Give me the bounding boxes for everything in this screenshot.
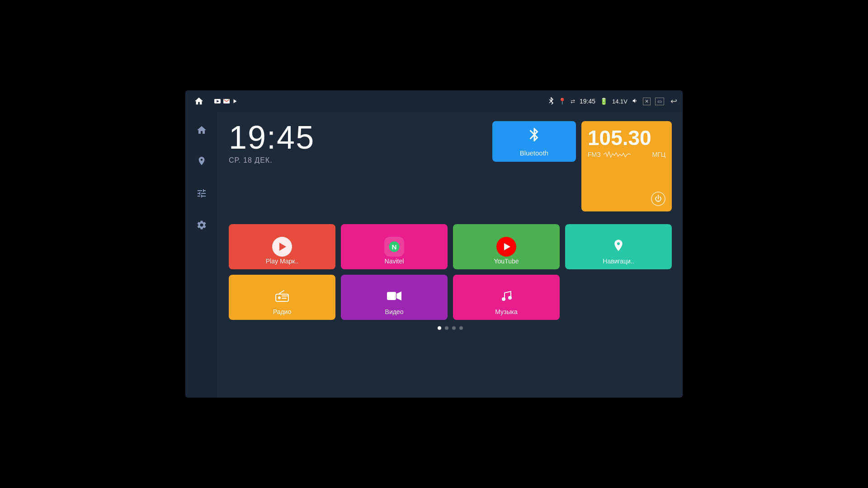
radio-power-button[interactable]: ⏻: [651, 192, 665, 206]
fm-radio-tile[interactable]: 105.30 FMЗ МГЦ ⏻: [581, 121, 672, 211]
close-status-icon[interactable]: ✕: [643, 98, 651, 105]
play-market-tile[interactable]: Play Марк..: [229, 224, 335, 269]
navigation-label: Навигаци..: [565, 258, 672, 265]
status-bar: 📍 ⇄ 19:45 🔋 14.1V ✕ ▭ ↩: [185, 90, 683, 112]
sidebar-location-icon[interactable]: [193, 153, 211, 171]
battery-icon: 🔋: [600, 98, 608, 105]
radio-unit: МГЦ: [652, 151, 665, 158]
clock-time: 19:45: [229, 121, 315, 154]
music-label: Музыка: [453, 308, 560, 315]
clock-date: СР. 18 ДЕК.: [229, 156, 273, 164]
connection-status-icon: ⇄: [571, 98, 575, 104]
radio-app-tile[interactable]: Радио: [229, 275, 335, 320]
youtube-mini-icon: [214, 99, 221, 103]
music-icon: [500, 289, 513, 306]
navitel-icon: N: [384, 237, 404, 257]
navitel-label: Navitel: [341, 258, 448, 265]
page-dot-2[interactable]: [445, 326, 448, 330]
navigation-icon: [612, 239, 625, 255]
radio-band: FMЗ: [588, 151, 601, 158]
radio-app-label: Радио: [229, 308, 335, 315]
play-market-icon: [272, 237, 292, 257]
bluetooth-tile-icon: [526, 127, 542, 146]
svg-marker-14: [396, 291, 401, 300]
video-tile[interactable]: Видео: [341, 275, 448, 320]
top-widgets: Bluetooth 105.30 FMЗ МГЦ: [492, 121, 672, 211]
bluetooth-tile-label: Bluetooth: [520, 149, 548, 157]
main-area: 19:45 СР. 18 ДЕК. Bluetooth: [185, 112, 683, 398]
navitel-tile[interactable]: N Navitel: [341, 224, 448, 269]
play-mini-icon: [232, 99, 238, 104]
music-tile[interactable]: Музыка: [453, 275, 560, 320]
app-grid: Play Марк.. N Navitel: [229, 224, 672, 320]
svg-rect-13: [387, 292, 396, 300]
content-area: 19:45 СР. 18 ДЕК. Bluetooth: [218, 112, 683, 398]
svg-point-15: [502, 297, 505, 301]
radio-frequency: 105.30: [588, 127, 665, 148]
bluetooth-tile[interactable]: Bluetooth: [492, 121, 576, 162]
svg-point-9: [278, 296, 281, 299]
page-dot-1[interactable]: [438, 326, 441, 330]
youtube-label: YouTube: [453, 258, 560, 265]
navigation-tile[interactable]: Навигаци..: [565, 224, 672, 269]
youtube-tile[interactable]: YouTube: [453, 224, 560, 269]
youtube-icon: [496, 237, 516, 257]
radio-waveform: [604, 150, 650, 159]
sidebar-home-icon[interactable]: [193, 121, 211, 139]
page-dot-3[interactable]: [452, 326, 456, 330]
bluetooth-status-icon: [548, 97, 554, 106]
car-screen: 📍 ⇄ 19:45 🔋 14.1V ✕ ▭ ↩: [185, 90, 683, 398]
svg-text:N: N: [392, 243, 397, 251]
svg-marker-3: [234, 99, 237, 103]
volume-icon: [632, 98, 638, 105]
mini-icon-group: [214, 99, 238, 104]
gmail-mini-icon: [223, 99, 230, 103]
clock-section: 19:45 СР. 18 ДЕК.: [229, 121, 492, 164]
status-left: [191, 93, 238, 109]
page-dot-4[interactable]: [459, 326, 463, 330]
voltage-display: 14.1V: [612, 98, 627, 105]
top-row: 19:45 СР. 18 ДЕК. Bluetooth: [229, 121, 672, 211]
home-button[interactable]: [191, 93, 207, 109]
back-arrow-icon[interactable]: ↩: [670, 96, 677, 106]
sidebar-settings-sliders-icon[interactable]: [193, 184, 211, 202]
svg-point-16: [508, 296, 512, 300]
sidebar-gear-icon[interactable]: [193, 216, 211, 234]
radio-app-icon: [275, 290, 289, 305]
svg-line-12: [278, 291, 284, 294]
sidebar: [185, 112, 218, 398]
status-time: 19:45: [580, 98, 595, 105]
video-icon: [387, 290, 402, 305]
window-status-icon: ▭: [655, 98, 664, 105]
page-dots: [229, 326, 672, 330]
video-label: Видео: [341, 308, 448, 315]
play-market-label: Play Марк..: [229, 258, 335, 265]
status-right: 📍 ⇄ 19:45 🔋 14.1V ✕ ▭ ↩: [548, 96, 677, 106]
location-status-icon: 📍: [558, 98, 566, 105]
radio-band-row: FMЗ МГЦ: [588, 150, 665, 159]
